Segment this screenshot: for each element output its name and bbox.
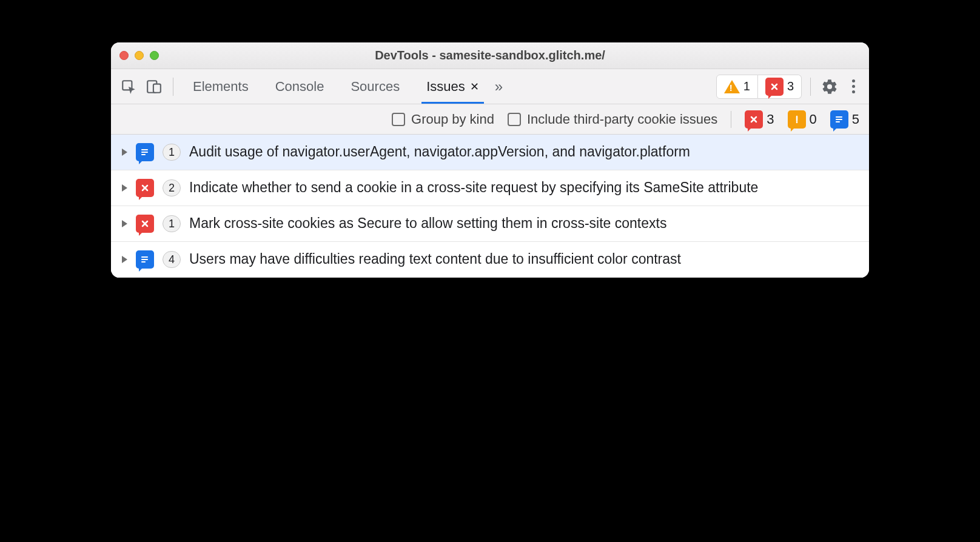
count-value: 3 <box>767 112 774 127</box>
traffic-lights <box>119 51 159 60</box>
issues-list: 1 Audit usage of navigator.userAgent, na… <box>111 135 869 278</box>
issue-count-pills: 1 3 <box>716 75 802 99</box>
group-by-kind-checkbox[interactable]: Group by kind <box>392 112 494 127</box>
tab-console[interactable]: Console <box>264 69 335 104</box>
tab-label: Sources <box>351 79 400 95</box>
expand-icon[interactable] <box>122 220 127 227</box>
error-count-pill[interactable]: 3 <box>758 75 802 99</box>
count-value: 5 <box>852 112 859 127</box>
filter-warning-count[interactable]: 0 <box>788 110 817 129</box>
divider <box>810 78 811 96</box>
issue-row[interactable]: 1 Audit usage of navigator.userAgent, na… <box>111 135 869 170</box>
error-icon <box>745 110 763 129</box>
info-icon <box>136 250 154 269</box>
issue-title: Audit usage of navigator.userAgent, navi… <box>189 143 858 161</box>
issue-title: Mark cross-site cookies as Secure to all… <box>189 215 858 232</box>
issue-row[interactable]: 1 Mark cross-site cookies as Secure to a… <box>111 206 869 242</box>
inspect-element-icon[interactable] <box>118 76 139 97</box>
divider <box>731 111 731 128</box>
svg-rect-2 <box>153 84 161 92</box>
checkbox-label: Include third-party cookie issues <box>527 112 717 127</box>
tabbar: Elements Console Sources Issues ✕ » 1 3 <box>111 69 869 104</box>
tab-label: Elements <box>193 79 249 95</box>
tab-elements[interactable]: Elements <box>182 69 260 104</box>
error-count: 3 <box>787 79 794 93</box>
issue-title: Indicate whether to send a cookie in a c… <box>189 179 858 196</box>
filter-info-count[interactable]: 5 <box>830 110 859 129</box>
tab-label: Issues <box>426 79 465 95</box>
filter-error-count[interactable]: 3 <box>745 110 774 129</box>
warning-count: 1 <box>743 79 750 93</box>
issue-count-badge: 2 <box>163 179 181 196</box>
issues-filter-bar: Group by kind Include third-party cookie… <box>111 104 869 135</box>
issue-row[interactable]: 2 Indicate whether to send a cookie in a… <box>111 170 869 206</box>
warning-count-pill[interactable]: 1 <box>716 75 758 99</box>
tab-issues[interactable]: Issues ✕ <box>415 69 490 104</box>
expand-icon[interactable] <box>122 149 127 156</box>
issue-count-badge: 1 <box>163 144 181 161</box>
fullscreen-window-button[interactable] <box>150 51 159 60</box>
checkbox-label: Group by kind <box>411 112 494 127</box>
tab-label: Console <box>275 79 324 95</box>
issue-count-badge: 1 <box>163 215 181 232</box>
include-third-party-checkbox[interactable]: Include third-party cookie issues <box>508 112 717 127</box>
checkbox-icon <box>508 113 521 126</box>
close-window-button[interactable] <box>119 51 129 60</box>
minimize-window-button[interactable] <box>135 51 144 60</box>
tab-sources[interactable]: Sources <box>340 69 411 104</box>
more-tabs-icon[interactable]: » <box>495 78 503 95</box>
info-icon <box>136 143 154 161</box>
device-toolbar-icon[interactable] <box>144 76 164 97</box>
error-icon <box>765 78 784 96</box>
window-title: DevTools - samesite-sandbox.glitch.me/ <box>111 49 869 62</box>
expand-icon[interactable] <box>122 256 127 263</box>
settings-icon[interactable] <box>819 76 840 97</box>
issue-title: Users may have difficulties reading text… <box>189 250 858 268</box>
error-icon <box>136 179 154 197</box>
info-icon <box>830 110 848 129</box>
issue-count-badge: 4 <box>163 251 181 268</box>
devtools-window: DevTools - samesite-sandbox.glitch.me/ E… <box>111 42 869 278</box>
more-options-icon[interactable] <box>845 79 862 93</box>
count-value: 0 <box>810 112 817 127</box>
expand-icon[interactable] <box>122 184 127 192</box>
divider <box>173 78 173 96</box>
titlebar: DevTools - samesite-sandbox.glitch.me/ <box>111 42 869 69</box>
warning-icon <box>788 110 806 129</box>
checkbox-icon <box>392 113 405 126</box>
issue-row[interactable]: 4 Users may have difficulties reading te… <box>111 242 869 278</box>
error-icon <box>136 215 154 233</box>
close-tab-icon[interactable]: ✕ <box>470 80 479 93</box>
warning-icon <box>724 80 740 93</box>
